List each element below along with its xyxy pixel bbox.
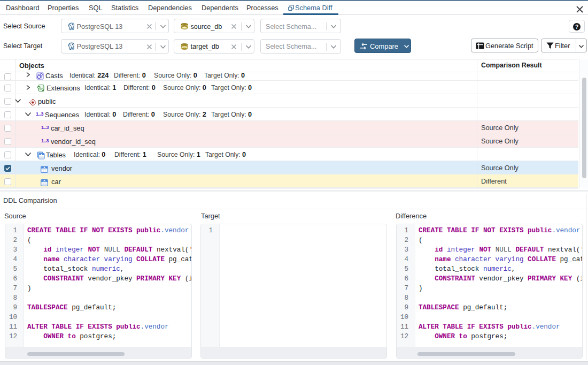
svg-text:?: ?: [575, 24, 578, 30]
